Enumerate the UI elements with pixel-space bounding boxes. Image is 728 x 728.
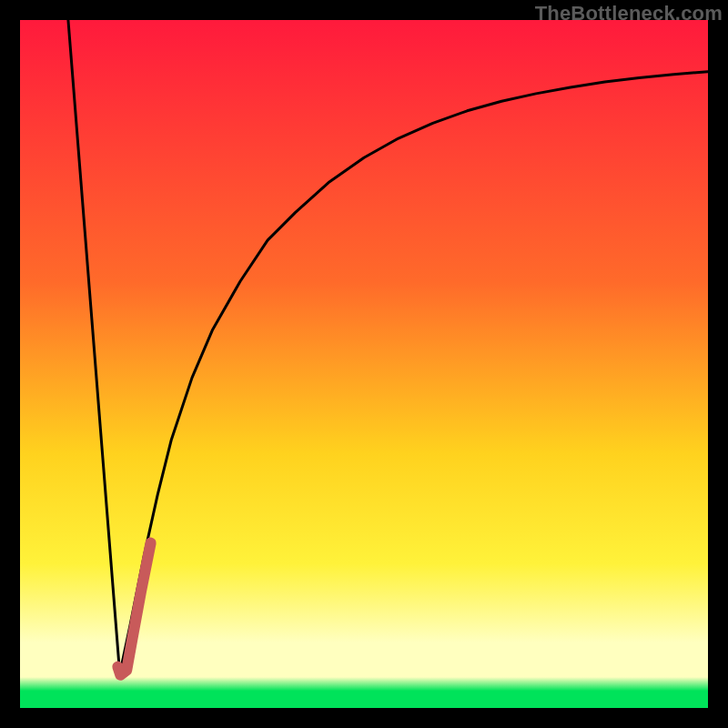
chart-plot-area — [20, 20, 708, 708]
chart-frame: TheBottleneck.com — [0, 0, 728, 728]
chart-svg — [20, 20, 708, 708]
watermark-text: TheBottleneck.com — [535, 2, 723, 25]
chart-background-gradient — [20, 20, 708, 708]
